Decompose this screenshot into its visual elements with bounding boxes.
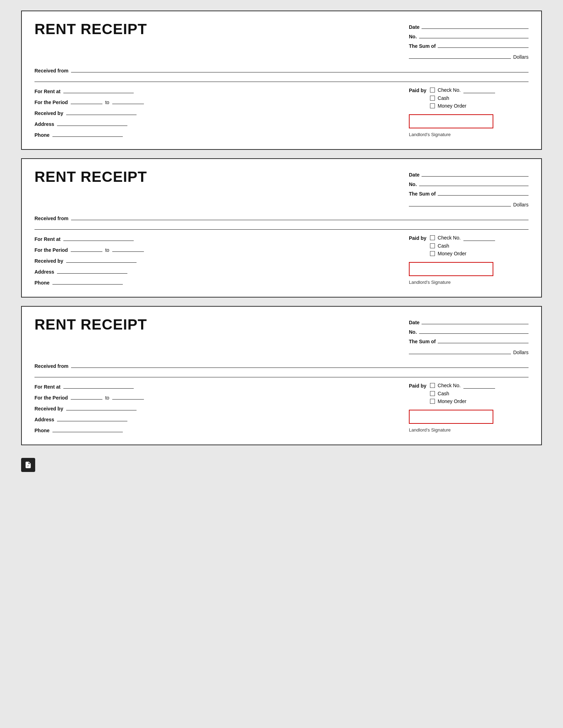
page-container: RENT RECEIPT Date No. The Sum of Dollars: [21, 11, 542, 493]
cash-checkbox-3[interactable]: [430, 391, 435, 396]
period-from-line-1[interactable]: [71, 98, 102, 104]
for-rent-label-2: For Rent at: [34, 236, 61, 242]
divider-section-1: Received from: [34, 66, 529, 82]
check-label-1: Check No.: [438, 87, 461, 93]
received-from-row-2: Received from: [34, 214, 529, 221]
received-by-line-1[interactable]: [66, 109, 137, 115]
signature-box-1[interactable]: [409, 114, 493, 128]
period-to-line-3[interactable]: [112, 393, 144, 400]
received-from-line-3[interactable]: [71, 362, 529, 368]
receipt-card-1: RENT RECEIPT Date No. The Sum of Dollars: [21, 11, 542, 150]
period-row-1: For the Period to: [34, 98, 409, 105]
check-no-line-2[interactable]: [463, 235, 495, 241]
phone-line-3[interactable]: [52, 426, 123, 432]
dollars-line-3[interactable]: [409, 348, 511, 354]
address-line-3[interactable]: [57, 415, 127, 421]
signature-label-3: Landlord's Signature: [409, 427, 529, 433]
sum-label-2: The Sum of: [409, 191, 436, 197]
phone-row-3: Phone: [34, 426, 409, 433]
no-line-3[interactable]: [419, 327, 529, 334]
sum-line-2[interactable]: [438, 189, 529, 196]
sum-line-1[interactable]: [438, 41, 529, 48]
dollars-row-3: Dollars: [409, 348, 529, 355]
checkboxes-3: Check No. Cash Money Order: [430, 382, 495, 404]
check-checkbox-3[interactable]: [430, 383, 435, 388]
top-right-3: Date No. The Sum of Dollars: [409, 317, 529, 355]
right-fields-3: Paid by Check No. Cash: [409, 382, 529, 433]
received-from-line-1[interactable]: [71, 66, 529, 72]
dollars-line-2[interactable]: [409, 200, 511, 206]
address-row-3: Address: [34, 415, 409, 422]
receipt-card-3: RENT RECEIPT Date No. The Sum of Dollars: [21, 306, 542, 445]
paid-by-row-2: Paid by Check No. Cash: [409, 235, 529, 256]
period-from-line-3[interactable]: [71, 393, 102, 400]
received-from-label-1: Received from: [34, 68, 68, 74]
sum-label-1: The Sum of: [409, 43, 436, 49]
for-rent-row-1: For Rent at: [34, 87, 409, 94]
sum-line-3[interactable]: [438, 337, 529, 343]
second-line-2[interactable]: [34, 223, 529, 230]
receipt-title-3: RENT RECEIPT: [34, 317, 147, 333]
for-rent-line-3[interactable]: [63, 382, 134, 389]
period-to-line-2[interactable]: [112, 245, 144, 252]
date-label-3: Date: [409, 320, 419, 325]
dollars-line-1[interactable]: [409, 52, 511, 59]
sum-row-2: The Sum of: [409, 189, 529, 197]
date-line-2[interactable]: [422, 170, 529, 177]
cash-checkbox-1[interactable]: [430, 96, 435, 101]
address-row-1: Address: [34, 120, 409, 127]
period-to-line-1[interactable]: [112, 98, 144, 104]
phone-row-1: Phone: [34, 130, 409, 138]
signature-box-2[interactable]: [409, 262, 493, 276]
for-rent-line-1[interactable]: [63, 87, 134, 93]
check-no-line-1[interactable]: [463, 87, 495, 93]
for-rent-row-3: For Rent at: [34, 382, 409, 390]
for-rent-line-2[interactable]: [63, 235, 134, 241]
check-label-2: Check No.: [438, 235, 461, 241]
for-rent-label-3: For Rent at: [34, 384, 61, 390]
received-by-line-2[interactable]: [66, 256, 137, 263]
sum-label-3: The Sum of: [409, 339, 436, 344]
cash-checkbox-2[interactable]: [430, 243, 435, 248]
check-checkbox-1[interactable]: [430, 88, 435, 92]
checkboxes-1: Check No. Cash Money Order: [430, 87, 495, 109]
address-line-1[interactable]: [57, 120, 127, 126]
receipt-top-1: RENT RECEIPT Date No. The Sum of Dollars: [34, 21, 529, 60]
dollars-row-1: Dollars: [409, 52, 529, 60]
phone-line-2[interactable]: [52, 278, 123, 285]
signature-label-1: Landlord's Signature: [409, 132, 529, 137]
money-order-checkbox-2[interactable]: [430, 251, 435, 256]
divider-section-2: Received from: [34, 214, 529, 230]
dollars-label-3: Dollars: [513, 350, 529, 355]
received-by-label-3: Received by: [34, 406, 63, 411]
date-line-3[interactable]: [422, 318, 529, 324]
second-line-1[interactable]: [34, 76, 529, 82]
date-row-2: Date: [409, 170, 529, 178]
second-line-3[interactable]: [34, 371, 529, 377]
received-from-line-2[interactable]: [71, 214, 529, 220]
phone-row-2: Phone: [34, 278, 409, 286]
bottom-section-1: For Rent at For the Period to Received b…: [34, 87, 529, 138]
period-label-2: For the Period: [34, 247, 68, 253]
money-order-checkbox-3[interactable]: [430, 399, 435, 404]
date-line-1[interactable]: [422, 23, 529, 29]
phone-label-2: Phone: [34, 280, 50, 286]
no-line-2[interactable]: [419, 180, 529, 186]
for-rent-label-1: For Rent at: [34, 89, 61, 94]
cash-row-2: Cash: [430, 243, 495, 249]
top-right-1: Date No. The Sum of Dollars: [409, 21, 529, 60]
signature-box-3[interactable]: [409, 410, 493, 424]
received-by-line-3[interactable]: [66, 404, 137, 410]
check-checkbox-2[interactable]: [430, 235, 435, 240]
date-label-2: Date: [409, 172, 419, 178]
money-order-checkbox-1[interactable]: [430, 103, 435, 108]
left-fields-1: For Rent at For the Period to Received b…: [34, 87, 409, 138]
check-no-line-3[interactable]: [463, 382, 495, 389]
receipt-top-3: RENT RECEIPT Date No. The Sum of Dollars: [34, 317, 529, 355]
period-from-line-2[interactable]: [71, 245, 102, 252]
phone-line-1[interactable]: [52, 130, 123, 137]
no-line-1[interactable]: [419, 32, 529, 38]
address-line-2[interactable]: [57, 267, 127, 274]
received-from-row-3: Received from: [34, 362, 529, 369]
for-rent-row-2: For Rent at: [34, 235, 409, 242]
